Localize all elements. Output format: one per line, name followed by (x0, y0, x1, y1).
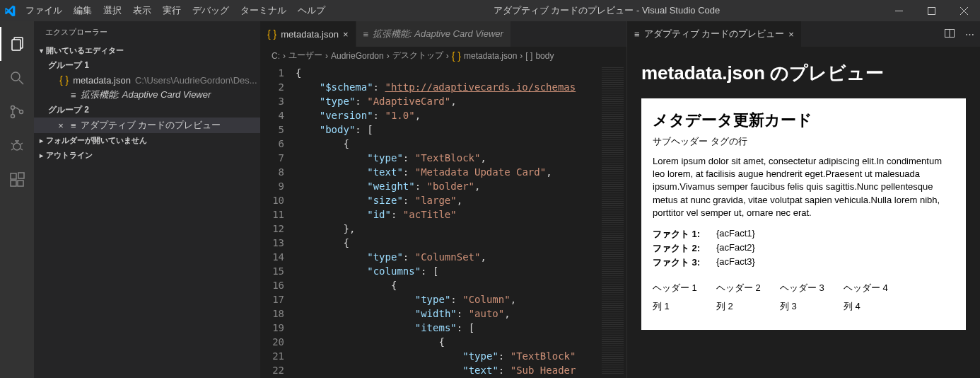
tab-label: 拡張機能: Adaptive Card Viewer (373, 28, 503, 40)
explorer-icon[interactable] (0, 27, 34, 61)
menu-bar: ファイル 編集 選択 表示 実行 デバッグ ターミナル ヘルプ (20, 0, 331, 21)
table-row: 列 1 列 2 列 3 列 4 (653, 300, 955, 313)
svg-rect-11 (11, 181, 16, 186)
menu-run[interactable]: 実行 (157, 0, 187, 21)
svg-rect-1 (928, 7, 935, 14)
editor-tabs: { } metadata.json × ≡ 拡張機能: Adaptive Car… (260, 21, 626, 47)
menu-view[interactable]: 表示 (127, 0, 157, 21)
close-icon[interactable]: × (343, 29, 349, 40)
editor-area: { } metadata.json × ≡ 拡張機能: Adaptive Car… (260, 21, 626, 378)
json-file-icon: { } (267, 28, 276, 40)
preview-actions: ⋯ (938, 21, 980, 47)
preview-icon: ≡ (634, 29, 640, 40)
svg-rect-3 (12, 40, 21, 50)
search-icon[interactable] (0, 61, 34, 95)
sidebar-title: エクスプローラー (34, 21, 260, 43)
outline-section[interactable]: ▸アウトライン (34, 148, 260, 163)
source-control-icon[interactable] (0, 95, 34, 129)
chevron-right-icon: ▸ (40, 137, 43, 144)
breadcrumb[interactable]: C: › ユーザー › AudrieGordon › デスクトップ › { } … (260, 47, 626, 64)
svg-point-9 (13, 143, 21, 150)
menu-edit[interactable]: 編集 (68, 0, 98, 21)
line-numbers: 12345678910111213141516171819202122 (260, 64, 296, 378)
debug-icon[interactable] (0, 129, 34, 163)
tab-extension[interactable]: ≡ 拡張機能: Adaptive Card Viewer (356, 21, 511, 47)
fact-row: ファクト 2:{acFact2} (653, 242, 955, 255)
svg-point-8 (20, 110, 23, 114)
menu-debug[interactable]: デバッグ (187, 0, 235, 21)
card-title: メタデータ更新カード (653, 110, 955, 131)
split-editor-icon[interactable] (944, 28, 955, 41)
svg-point-7 (11, 115, 15, 118)
menu-file[interactable]: ファイル (20, 0, 68, 21)
file-path: C:\Users\AudrieGordon\Des... (135, 75, 257, 86)
group-2-label: グループ 2 (34, 103, 260, 118)
chevron-right-icon: ▸ (40, 151, 43, 159)
file-name: metadata.json (73, 75, 131, 86)
svg-point-4 (11, 72, 20, 81)
code-content[interactable]: { "$schema": "http://adaptivecards.io/sc… (296, 64, 598, 378)
preview-tab[interactable]: ≡ アダプティブ カードのプレビュー × (627, 21, 801, 47)
card-body-text: Lorem ipsum dolor sit amet, consectetur … (653, 155, 955, 219)
preview-heading: metadata.json のプレビュー (641, 61, 966, 86)
adaptive-card: メタデータ更新カード サブヘッダー タグの行 Lorem ipsum dolor… (641, 98, 966, 330)
svg-rect-0 (895, 11, 903, 11)
file-name: 拡張機能: Adaptive Card Viewer (81, 88, 211, 101)
fact-row: ファクト 1:{acFact1} (653, 228, 955, 241)
open-editor-extension[interactable]: ≡ 拡張機能: Adaptive Card Viewer (34, 87, 260, 103)
svg-rect-10 (11, 173, 16, 179)
svg-point-6 (11, 106, 15, 110)
menu-help[interactable]: ヘルプ (292, 0, 331, 21)
svg-rect-13 (18, 173, 24, 178)
window-title: アダプティブ カードのプレビュー - Visual Studio Code (331, 4, 882, 17)
close-icon[interactable]: × (55, 120, 66, 131)
open-editor-preview[interactable]: × ≡ アダプティブ カードのプレビュー (34, 118, 260, 133)
close-icon[interactable]: × (788, 29, 794, 40)
maximize-button[interactable] (915, 0, 947, 21)
code-editor[interactable]: 12345678910111213141516171819202122 { "$… (260, 64, 626, 378)
minimap[interactable] (598, 64, 626, 378)
table-header-row: ヘッダー 1 ヘッダー 2 ヘッダー 3 ヘッダー 4 (653, 282, 955, 294)
tab-metadata-json[interactable]: { } metadata.json × (260, 21, 356, 47)
open-editor-metadata-json[interactable]: { } metadata.json C:\Users\AudrieGordon\… (34, 73, 260, 87)
card-table: ヘッダー 1 ヘッダー 2 ヘッダー 3 ヘッダー 4 列 1 列 2 列 3 … (653, 282, 955, 313)
menu-terminal[interactable]: ターミナル (235, 0, 292, 21)
more-icon[interactable]: ⋯ (965, 29, 974, 40)
activity-bar (0, 21, 34, 378)
titlebar: ファイル 編集 選択 表示 実行 デバッグ ターミナル ヘルプ アダプティブ カ… (0, 0, 980, 21)
preview-icon: ≡ (363, 29, 369, 40)
extensions-icon[interactable] (0, 163, 34, 197)
preview-content: metadata.json のプレビュー メタデータ更新カード サブヘッダー タ… (627, 47, 980, 378)
chevron-down-icon: ▾ (40, 47, 43, 55)
menu-selection[interactable]: 選択 (98, 0, 127, 21)
sidebar: エクスプローラー ▾開いているエディター グループ 1 { } metadata… (34, 21, 260, 378)
group-1-label: グループ 1 (34, 58, 260, 73)
preview-icon: ≡ (71, 90, 76, 101)
window-controls (882, 0, 980, 21)
svg-rect-12 (18, 181, 23, 186)
close-button[interactable] (947, 0, 980, 21)
minimize-button[interactable] (882, 0, 915, 21)
fact-row: ファクト 3:{acFact3} (653, 256, 955, 269)
json-file-icon: { } (59, 74, 69, 86)
no-folder-section[interactable]: ▸フォルダーが開いていません (34, 133, 260, 148)
svg-line-5 (19, 80, 23, 84)
vscode-logo-icon (0, 0, 20, 21)
preview-icon: ≡ (71, 120, 76, 131)
file-name: アダプティブ カードのプレビュー (81, 119, 221, 132)
card-subheader: サブヘッダー タグの行 (653, 135, 955, 148)
tab-label: アダプティブ カードのプレビュー (644, 28, 785, 40)
tab-label: metadata.json (281, 29, 339, 40)
open-editors-section[interactable]: ▾開いているエディター (34, 43, 260, 58)
preview-pane: ≡ アダプティブ カードのプレビュー × ⋯ metadata.json のプレ… (626, 21, 980, 378)
